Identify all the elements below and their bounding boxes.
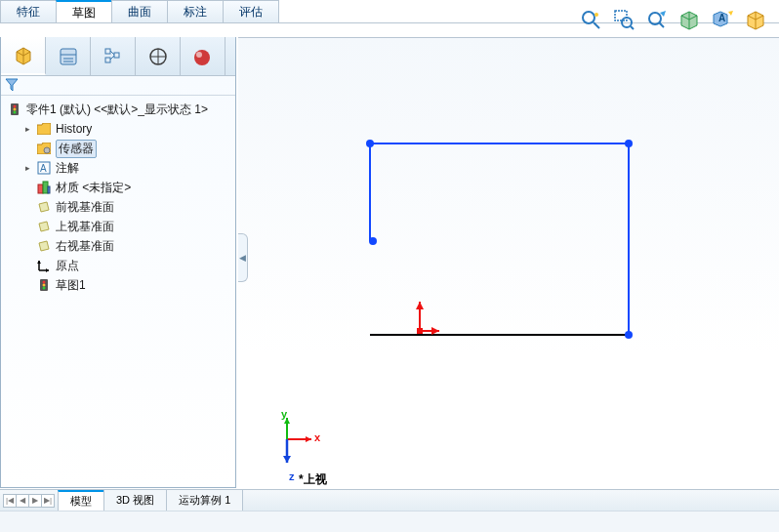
reference-plane-icon (36, 238, 52, 254)
tree-item-label: 前视基准面 (56, 199, 114, 216)
zoom-to-area-icon[interactable] (609, 5, 638, 34)
tree-item-label: 上视基准面 (56, 219, 114, 235)
svg-point-2 (594, 13, 598, 17)
svg-line-5 (631, 26, 634, 29)
expander-placeholder (22, 280, 32, 290)
tree-item-right-plane[interactable]: 右视基准面 (20, 236, 233, 256)
svg-point-38 (43, 287, 46, 290)
svg-text:A: A (718, 13, 725, 23)
sketch-traffic-light-icon (36, 277, 52, 293)
svg-rect-3 (615, 11, 627, 20)
triad-x-label: x (314, 431, 320, 443)
tree-item-label: 右视基准面 (56, 238, 114, 255)
expander-placeholder (22, 241, 32, 251)
tree-root-part[interactable]: 零件1 (默认) <<默认>_显示状态 1> (5, 100, 233, 119)
tree-item-label: 草图1 (56, 277, 86, 294)
tab-evaluate[interactable]: 评估 (223, 0, 279, 22)
previous-view-icon[interactable] (642, 5, 672, 34)
display-style-icon[interactable] (742, 5, 771, 34)
svg-line-16 (110, 51, 114, 55)
tree-item-history[interactable]: ▸ History (20, 119, 233, 139)
tab-navigation-controls: |◀ ◀ ▶ ▶| (0, 490, 59, 511)
tab-sketch[interactable]: 草图 (56, 0, 112, 22)
svg-rect-14 (105, 58, 110, 62)
pane-tab-feature-tree-icon[interactable] (1, 37, 46, 75)
zoom-to-fit-icon[interactable] (576, 5, 605, 34)
motion-tabs-bar: |◀ ◀ ▶ ▶| 模型 3D 视图 运动算例 1 (0, 489, 779, 511)
heads-up-view-toolbar: A (576, 4, 771, 35)
tab-features[interactable]: 特征 (0, 0, 57, 22)
tree-root-label: 零件1 (默认) <<默认>_显示状态 1> (26, 102, 208, 118)
tree-item-sensors[interactable]: 传感器 (20, 139, 233, 158)
expander-placeholder (22, 222, 32, 231)
svg-point-24 (14, 105, 17, 108)
pane-tab-dimxpert-icon[interactable] (136, 37, 181, 75)
pane-tab-property-manager-icon[interactable] (46, 37, 91, 75)
tree-item-front-plane[interactable]: 前视基准面 (20, 197, 233, 217)
view-orientation-icon[interactable]: A (709, 5, 738, 34)
svg-rect-32 (48, 186, 50, 193)
tree-item-label: 材质 <未指定> (56, 180, 131, 196)
svg-line-7 (659, 22, 664, 27)
graphics-area[interactable]: ◀ x y z *上视 (238, 37, 779, 490)
annotation-icon: A (36, 160, 52, 176)
next-tab-button[interactable]: ▶ (28, 494, 42, 508)
tree-item-label: 传感器 (56, 140, 97, 158)
expander-placeholder (22, 202, 32, 212)
bottom-tab-motion-study-1[interactable]: 运动算例 1 (166, 490, 243, 511)
svg-point-26 (14, 111, 17, 114)
tree-item-top-plane[interactable]: 上视基准面 (20, 217, 233, 236)
bottom-tab-3d-views[interactable]: 3D 视图 (103, 490, 167, 511)
tree-item-origin[interactable]: 原点 (20, 256, 233, 275)
svg-rect-15 (114, 53, 119, 58)
tree-item-label: 注解 (56, 160, 79, 177)
svg-point-44 (625, 140, 633, 147)
last-tab-button[interactable]: ▶| (41, 494, 55, 508)
tab-annotate[interactable]: 标注 (167, 0, 224, 22)
bottom-tab-model[interactable]: 模型 (58, 490, 104, 511)
reference-plane-icon (36, 199, 52, 215)
folder-history-icon (36, 121, 52, 137)
pane-tab-configuration-manager-icon[interactable] (91, 37, 136, 75)
manager-pane-tabs (1, 37, 235, 76)
svg-point-46 (369, 237, 377, 245)
triad-z-label: z (289, 471, 295, 482)
feature-tree: 零件1 (默认) <<默认>_显示状态 1> ▸ History 传感器 ▸ A… (1, 96, 235, 299)
material-icon (36, 180, 52, 195)
svg-rect-13 (105, 49, 110, 54)
sensor-icon (36, 141, 52, 156)
previous-tab-button[interactable]: ◀ (16, 494, 29, 508)
feature-manager-panel: 零件1 (默认) <<默认>_显示状态 1> ▸ History 传感器 ▸ A… (0, 37, 236, 488)
svg-point-27 (44, 147, 50, 153)
svg-point-25 (14, 108, 17, 111)
pane-tab-appearances-icon[interactable] (181, 37, 226, 75)
current-view-name: *上视 (299, 471, 327, 488)
expander-placeholder (22, 143, 32, 153)
tree-item-label: 原点 (56, 258, 79, 274)
tree-item-material[interactable]: 材质 <未指定> (20, 178, 233, 197)
expander-placeholder (22, 261, 32, 270)
svg-point-36 (43, 281, 46, 284)
svg-rect-49 (417, 328, 423, 334)
filter-funnel-icon (5, 78, 19, 92)
tree-filter-bar[interactable] (1, 76, 235, 96)
tree-item-annotations[interactable]: ▸ A 注解 (20, 158, 233, 178)
svg-point-22 (196, 52, 202, 58)
expander-icon[interactable]: ▸ (22, 163, 32, 173)
svg-rect-9 (61, 49, 76, 64)
tab-surfaces[interactable]: 曲面 (111, 0, 168, 22)
part-traffic-light-icon (7, 102, 22, 117)
svg-point-37 (43, 284, 46, 287)
svg-rect-31 (43, 182, 48, 193)
svg-point-4 (622, 18, 632, 27)
svg-text:A: A (40, 163, 47, 174)
svg-point-43 (366, 140, 374, 147)
svg-line-17 (110, 56, 114, 60)
svg-point-0 (583, 12, 594, 23)
reference-plane-icon (36, 219, 52, 234)
section-view-icon[interactable] (676, 5, 705, 34)
tree-item-sketch1[interactable]: 草图1 (20, 275, 233, 295)
svg-point-45 (625, 331, 633, 339)
expander-icon[interactable]: ▸ (22, 124, 32, 134)
first-tab-button[interactable]: |◀ (3, 494, 17, 508)
